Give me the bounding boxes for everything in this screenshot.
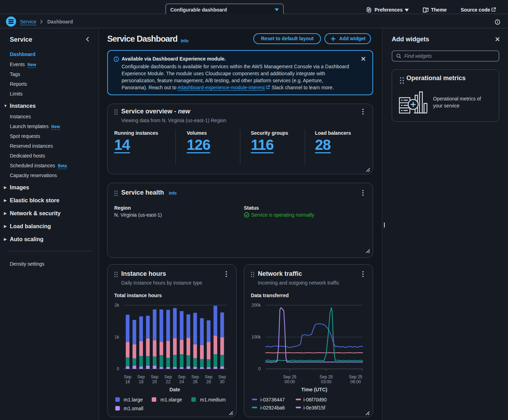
svg-text:m1.small: m1.small — [124, 406, 143, 411]
svg-text:26: 26 — [193, 379, 198, 384]
svg-text:Sep 25: Sep 25 — [320, 374, 333, 379]
svg-text:Sep: Sep — [178, 374, 186, 379]
svg-text:m1.xlarge: m1.xlarge — [160, 397, 182, 402]
svg-text:22: 22 — [166, 379, 171, 384]
svg-text:28: 28 — [206, 379, 211, 384]
svg-text:30: 30 — [220, 379, 225, 384]
svg-text:i-02924ba6: i-02924ba6 — [260, 405, 285, 411]
svg-text:Sep: Sep — [164, 374, 172, 379]
svg-text:0: 0 — [258, 366, 261, 371]
svg-text:24: 24 — [179, 379, 184, 384]
svg-text:i-03736447: i-03736447 — [260, 397, 285, 402]
svg-text:Sep: Sep — [137, 374, 145, 379]
svg-text:Sep: Sep — [218, 374, 226, 379]
svg-text:06:00: 06:00 — [350, 379, 361, 384]
svg-text:Date: Date — [170, 387, 180, 392]
svg-text:Sep: Sep — [124, 374, 132, 379]
svg-text:Sep 25: Sep 25 — [349, 374, 362, 379]
svg-text:Sep: Sep — [205, 374, 213, 379]
svg-text:200k: 200k — [252, 303, 261, 308]
svg-text:Time (UTC): Time (UTC) — [301, 387, 327, 392]
svg-text:100k: 100k — [252, 335, 261, 340]
svg-text:20: 20 — [152, 379, 157, 384]
svg-text:03:00: 03:00 — [321, 379, 331, 384]
svg-text:Sep 25: Sep 25 — [283, 374, 296, 379]
svg-text:Sep: Sep — [151, 374, 159, 379]
svg-text:i-0e36f15f: i-0e36f15f — [303, 405, 325, 411]
svg-text:m1.large: m1.large — [124, 397, 143, 402]
svg-text:Sep: Sep — [191, 374, 199, 379]
svg-text:16: 16 — [125, 379, 130, 384]
svg-text:1k: 1k — [115, 335, 119, 340]
svg-text:2k: 2k — [115, 303, 119, 308]
svg-text:m1.medium: m1.medium — [200, 397, 226, 402]
svg-text:00:00: 00:00 — [284, 379, 295, 384]
svg-text:18: 18 — [139, 379, 144, 384]
svg-text:i-06f70d90: i-06f70d90 — [303, 397, 327, 402]
svg-text:0: 0 — [117, 366, 119, 371]
